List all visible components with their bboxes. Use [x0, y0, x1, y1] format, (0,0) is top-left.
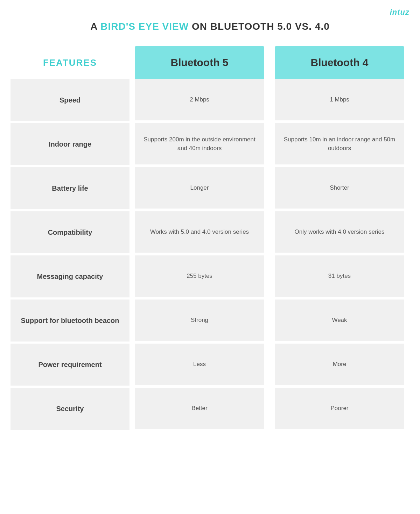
- bt5-cell: Longer: [135, 167, 264, 209]
- feature-label: Security: [56, 405, 84, 413]
- feature-label: Speed: [59, 96, 80, 104]
- feature-label: Compatibility: [48, 228, 92, 237]
- feature-label: Power requirement: [38, 361, 102, 369]
- bt5-value: Strong: [191, 316, 208, 325]
- bt5-cell: 2 Mbps: [135, 79, 264, 121]
- bt4-header-label: Bluetooth 4: [311, 57, 369, 69]
- bt5-value: Supports 200m in the outside environment…: [144, 135, 255, 153]
- table-row: Speed2 Mbps1 Mbps: [10, 79, 410, 122]
- comparison-table: FEATURES Bluetooth 5 Bluetooth 4 Speed2 …: [0, 46, 420, 453]
- features-label: FEATURES: [43, 57, 97, 68]
- feature-cell: Power requirement: [10, 344, 130, 386]
- feature-label: Messaging capacity: [37, 273, 103, 281]
- bt4-value: Poorer: [330, 404, 348, 413]
- table-row: SecurityBetterPoorer: [10, 388, 410, 430]
- table-row: Messaging capacity255 bytes31 bytes: [10, 255, 410, 298]
- header-features-cell: FEATURES: [10, 46, 130, 79]
- bt4-cell: Shorter: [275, 167, 404, 209]
- page-title: A BIRD'S EYE VIEW ON BLUETOOTH 5.0 VS. 4…: [0, 0, 420, 46]
- bt5-cell: Strong: [135, 300, 264, 342]
- feature-cell: Support for bluetooth beacon: [10, 300, 130, 342]
- table-row: CompatibilityWorks with 5.0 and 4.0 vers…: [10, 211, 410, 254]
- bt5-value: Longer: [190, 183, 209, 192]
- bt4-value: 1 Mbps: [330, 95, 349, 104]
- feature-cell: Security: [10, 388, 130, 430]
- header-bt5: Bluetooth 5: [135, 46, 264, 79]
- bt4-value: Only works with 4.0 version series: [295, 227, 385, 237]
- feature-label: Indoor range: [49, 140, 91, 148]
- logo: intuz: [390, 8, 410, 17]
- table-row: Power requirementLessMore: [10, 344, 410, 386]
- bt4-value: 31 bytes: [328, 272, 351, 281]
- feature-label: Battery life: [52, 184, 88, 192]
- bt4-cell: Supports 10m in an indoor range and 50m …: [275, 123, 404, 165]
- bt5-value: 255 bytes: [187, 272, 212, 281]
- bt4-cell: More: [275, 344, 404, 386]
- table-body: Speed2 Mbps1 MbpsIndoor rangeSupports 20…: [10, 79, 410, 432]
- bt4-cell: Poorer: [275, 388, 404, 430]
- bt5-value: Works with 5.0 and 4.0 version series: [150, 227, 249, 237]
- bt5-cell: Better: [135, 388, 264, 430]
- feature-cell: Messaging capacity: [10, 255, 130, 297]
- bt4-value: More: [333, 360, 346, 369]
- bt5-cell: Less: [135, 344, 264, 386]
- bt5-cell: 255 bytes: [135, 255, 264, 297]
- feature-cell: Indoor range: [10, 123, 130, 165]
- bt5-value: 2 Mbps: [190, 95, 209, 104]
- header-bt4: Bluetooth 4: [275, 46, 404, 79]
- bt4-cell: 31 bytes: [275, 255, 404, 297]
- bt5-cell: Supports 200m in the outside environment…: [135, 123, 264, 165]
- bt4-value: Weak: [332, 316, 347, 325]
- table-row: Battery lifeLongerShorter: [10, 167, 410, 210]
- bt4-value: Shorter: [330, 183, 349, 192]
- table-row: Support for bluetooth beaconStrongWeak: [10, 300, 410, 342]
- bt5-value: Less: [193, 360, 206, 369]
- bt5-header-label: Bluetooth 5: [171, 57, 229, 69]
- feature-cell: Battery life: [10, 167, 130, 209]
- bt5-cell: Works with 5.0 and 4.0 version series: [135, 211, 264, 253]
- table-row: Indoor rangeSupports 200m in the outside…: [10, 123, 410, 166]
- bt4-value: Supports 10m in an indoor range and 50m …: [284, 135, 396, 153]
- bt5-value: Better: [191, 404, 207, 413]
- table-header: FEATURES Bluetooth 5 Bluetooth 4: [10, 46, 410, 79]
- feature-cell: Speed: [10, 79, 130, 121]
- bt4-cell: Weak: [275, 300, 404, 342]
- feature-cell: Compatibility: [10, 211, 130, 253]
- bt4-cell: Only works with 4.0 version series: [275, 211, 404, 253]
- feature-label: Support for bluetooth beacon: [21, 317, 119, 325]
- bt4-cell: 1 Mbps: [275, 79, 404, 121]
